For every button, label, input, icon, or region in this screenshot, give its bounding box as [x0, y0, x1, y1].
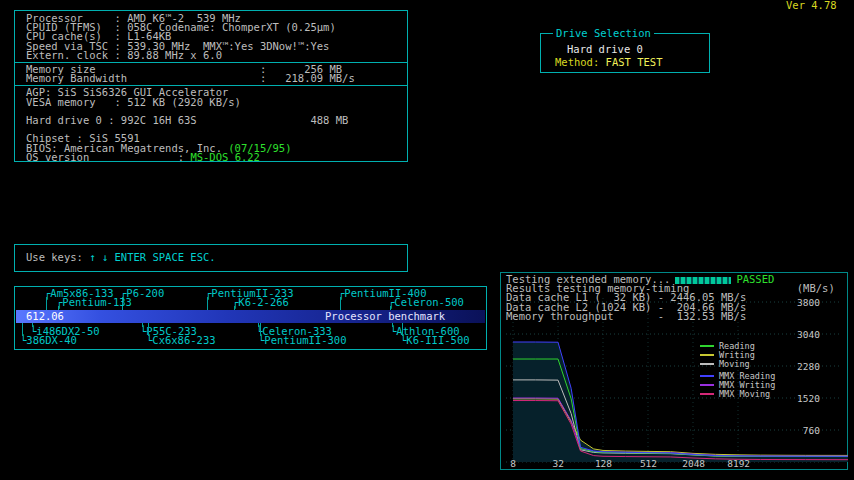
text-segment: MS-DOS 6.22 — [190, 151, 260, 163]
memory-results: Testing extended memory...PASSEDResults … — [506, 275, 835, 321]
legend-label: Reading — [719, 342, 755, 350]
method-label: Method: — [555, 56, 606, 68]
benchmark-connector — [58, 306, 59, 310]
benchmark-connector — [260, 323, 261, 336]
benchmark-connector — [22, 323, 23, 336]
legend-item: MMX Moving — [700, 390, 775, 398]
text-segment: VESA memory : 512 KB (2920 KB/s) — [26, 96, 241, 108]
legend-item: MMX Writing — [700, 381, 775, 389]
text-segment: Memory Bandwidth : 218.09 MB/s — [26, 72, 355, 84]
text-segment: Extern. clock : 89.88 MHz x 6.0 — [26, 49, 222, 61]
benchmark-connector — [392, 323, 393, 327]
benchmark-score-bar: 612.06 Processor benchmark — [16, 310, 485, 323]
y-axis-label: 2280 — [790, 362, 820, 371]
legend-color-dash — [700, 375, 714, 377]
drive-menu-item[interactable]: Hard drive 0 — [567, 45, 643, 54]
drive-selection-panel: Drive Selection Hard drive 0 Method: FAS… — [540, 33, 710, 73]
y-axis-label: 3040 — [790, 330, 820, 339]
keys-hint-keys: ↑ ↓ ENTER SPACE ESC. — [89, 251, 215, 263]
legend-color-dash — [700, 345, 714, 347]
benchmark-cpu-label: ┌Celeron-500 — [388, 298, 464, 307]
benchmark-cpu-label: ┌Pentium-133 — [56, 298, 132, 307]
benchmark-cpu-label: └Cx6x86-233 — [146, 336, 216, 345]
memory-line: Memory throughput - 132.53 MB/s — [506, 312, 835, 321]
info-line: Hard drive 0 : 992C 16H 63S 488 MB — [26, 116, 407, 125]
x-axis-label: 8192 — [727, 459, 750, 468]
benchmark-score: 612.06 — [26, 312, 64, 321]
benchmark-connector — [390, 306, 391, 310]
benchmark-caption: Processor benchmark — [325, 312, 445, 321]
graph-legend: ReadingWritingMovingMMX ReadingMMX Writi… — [700, 342, 775, 399]
legend-label: MMX Writing — [719, 381, 775, 389]
legend-color-dash — [700, 363, 714, 365]
benchmark-cpu-label: └PentiumII-300 — [258, 336, 347, 345]
legend-label: Moving — [719, 360, 750, 368]
text-segment: Hard drive 0 : 992C 16H 63S 488 MB — [26, 114, 348, 126]
method-value: FAST TEST — [606, 56, 663, 68]
x-axis-label: 128 — [595, 459, 612, 468]
drive-method-option[interactable]: Method: FAST TEST — [555, 58, 662, 67]
x-axis-label: 512 — [640, 459, 657, 468]
benchmark-connector — [402, 323, 403, 336]
benchmark-connector — [46, 297, 47, 310]
text-segment: Memory throughput - 132.53 MB/s — [506, 310, 746, 322]
benchmark-connector — [234, 306, 235, 310]
y-axis-label: 1520 — [790, 394, 820, 403]
benchmark-connector — [148, 323, 149, 336]
keys-hint-prefix: Use keys: — [26, 251, 89, 263]
benchmark-cpu-label: └K6-III-500 — [400, 336, 470, 345]
y-axis-label: 3800 — [790, 298, 820, 307]
legend-item: Writing — [700, 351, 775, 359]
system-info-lines: Processor : AMD K6™-2 539 MHzCPUID (TFMS… — [26, 14, 407, 162]
info-line: OS version : MS-DOS 6.22 — [26, 153, 407, 162]
benchmark-connector — [340, 297, 341, 310]
benchmark-connector — [258, 323, 259, 327]
legend-color-dash — [700, 393, 714, 395]
x-axis-label: 32 — [553, 459, 564, 468]
legend-color-dash — [700, 354, 714, 356]
text-segment: OS version : — [26, 151, 190, 163]
legend-label: MMX Reading — [719, 372, 775, 380]
system-info-panel: Processor : AMD K6™-2 539 MHzCPUID (TFMS… — [14, 10, 408, 162]
legend-item: MMX Reading — [700, 372, 775, 380]
version-label: Ver 4.78 — [786, 1, 837, 10]
speedsys-screen: Ver 4.78 Processor : AMD K6™-2 539 MHzCP… — [0, 0, 854, 480]
x-axis-label: 8 — [510, 459, 516, 468]
info-line: Extern. clock : 89.88 MHz x 6.0 — [26, 51, 407, 60]
y-axis-label: 760 — [790, 426, 820, 435]
keys-hint-panel: Use keys: ↑ ↓ ENTER SPACE ESC. — [14, 244, 408, 272]
x-axis-label: 2048 — [682, 459, 705, 468]
legend-item: Moving — [700, 360, 775, 368]
legend-label: MMX Moving — [719, 390, 770, 398]
benchmark-connector — [32, 323, 33, 327]
info-line: VESA memory : 512 KB (2920 KB/s) — [26, 98, 407, 107]
benchmark-cpu-label: └386DX-40 — [20, 336, 77, 345]
benchmark-connector — [142, 323, 143, 327]
benchmark-connector — [207, 297, 208, 310]
benchmark-cpu-label: ┌K6-2-266 — [232, 298, 289, 307]
legend-label: Writing — [719, 351, 755, 359]
info-line: Memory Bandwidth : 218.09 MB/s — [26, 74, 407, 83]
legend-color-dash — [700, 384, 714, 386]
drive-selection-title: Drive Selection — [553, 29, 654, 38]
legend-item: Reading — [700, 342, 775, 350]
